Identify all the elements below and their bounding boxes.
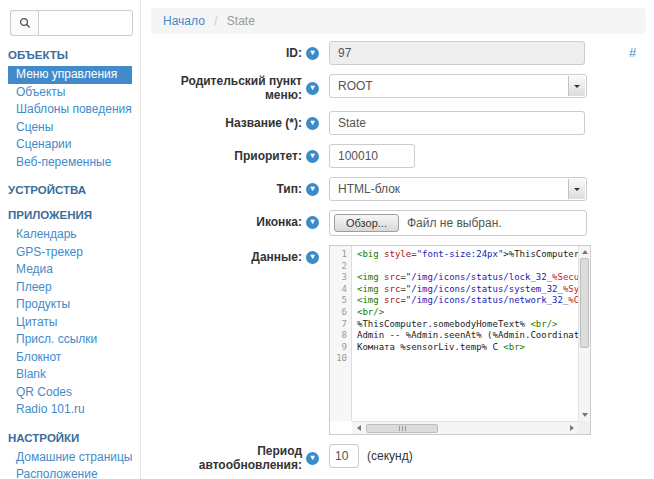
code-line: %ThisComputer.somebodyHomeText% <br/> <box>357 319 578 331</box>
parent-menu-select[interactable]: ROOT <box>329 74 587 98</box>
horizontal-scrollbar[interactable] <box>352 421 578 434</box>
file-status-text: Файл не выбран. <box>407 216 502 230</box>
sidebar-section-title[interactable]: НАСТРОЙКИ <box>8 432 132 444</box>
sidebar-item[interactable]: Расположение <box>8 466 132 479</box>
sidebar-item[interactable]: Плеер <box>8 279 132 297</box>
search-input[interactable] <box>38 10 133 36</box>
sidebar-item[interactable]: Веб-переменные <box>8 154 132 172</box>
sidebar-item[interactable]: Продукты <box>8 296 132 314</box>
sidebar-item[interactable]: Сценарии <box>8 136 132 154</box>
breadcrumb-home-link[interactable]: Начало <box>163 14 205 28</box>
icon-label-wrap: Иконка: ▾ <box>151 210 319 234</box>
row-icon: Иконка: ▾ Обзор... Файл не выбран. <box>151 210 646 236</box>
code-line <box>357 353 578 365</box>
row-name: Название (*): ▾ <box>151 111 646 135</box>
id-label: ID: <box>286 46 302 60</box>
sidebar-item[interactable]: Blank <box>8 366 132 384</box>
data-code-editor[interactable]: 12345678910 <big style="font-size:24px">… <box>329 245 591 435</box>
sidebar-item[interactable]: Объекты <box>8 84 132 102</box>
sidebar-item[interactable]: QR Codes <box>8 384 132 402</box>
sidebar-section-title[interactable]: ОБЪЕКТЫ <box>8 49 132 61</box>
search-icon <box>10 10 38 36</box>
scroll-right-icon[interactable] <box>566 422 578 434</box>
sidebar-section-title[interactable]: ПРИЛОЖЕНИЯ <box>8 209 132 221</box>
parent-menu-value: ROOT <box>338 79 373 93</box>
sidebar-item[interactable]: Шаблоны поведения <box>8 101 132 119</box>
info-icon[interactable]: ▾ <box>306 216 319 229</box>
chevron-down-icon[interactable] <box>568 76 585 96</box>
sidebar-item[interactable]: Блокнот <box>8 349 132 367</box>
id-field <box>329 41 585 65</box>
type-value: HTML-блок <box>338 182 400 196</box>
icon-file-input[interactable]: Обзор... Файл не выбран. <box>329 210 587 236</box>
sidebar-item[interactable]: Цитаты <box>8 314 132 332</box>
sidebar-item[interactable]: Календарь <box>8 226 132 244</box>
sidebar-item[interactable]: Меню управления <box>8 66 132 84</box>
row-parent-menu: Родительский пункт меню: ▾ ROOT <box>151 74 646 102</box>
sidebar-item[interactable]: Сцены <box>8 119 132 137</box>
code-line: <img src="/img/icons/status/network_32_%… <box>357 295 578 307</box>
info-icon[interactable]: ▾ <box>306 150 319 163</box>
browse-button[interactable]: Обзор... <box>334 214 399 232</box>
priority-label-wrap: Приоритет: ▾ <box>151 144 319 168</box>
line-number: 9 <box>330 342 347 354</box>
sidebar-item[interactable]: Домашние страницы <box>8 449 132 467</box>
code-area[interactable]: <big style="font-size:24px">%ThisCompute… <box>353 246 578 421</box>
scroll-left-icon[interactable] <box>352 422 364 434</box>
id-label-wrap: ID: ▾ <box>151 41 319 65</box>
anchor-link[interactable]: # <box>629 41 636 65</box>
majordomo-admin-app: ОБЪЕКТЫМеню управленияОбъектыШаблоны пов… <box>0 0 654 479</box>
line-number: 7 <box>330 319 347 331</box>
name-label: Название (*): <box>225 116 302 130</box>
horizontal-scroll-thumb[interactable] <box>366 424 438 433</box>
scroll-up-icon[interactable] <box>579 246 590 257</box>
menu-item-form: ID: ▾ # Родительский пункт меню: ▾ ROOT <box>151 41 646 472</box>
type-select[interactable]: HTML-блок <box>329 177 587 201</box>
sidebar-item[interactable]: Присл. ссылки <box>8 331 132 349</box>
code-line: <br/> <box>357 307 578 319</box>
refresh-suffix: (секунд) <box>367 444 413 468</box>
info-icon[interactable]: ▾ <box>306 47 319 60</box>
line-number: 2 <box>330 261 347 273</box>
breadcrumb-separator: / <box>214 14 217 28</box>
sidebar-item[interactable]: GPS-трекер <box>8 244 132 262</box>
icon-label: Иконка: <box>256 215 302 229</box>
info-icon[interactable]: ▾ <box>306 452 319 465</box>
main-content: Начало / State ID: ▾ # Родительский пунк… <box>141 0 654 479</box>
scroll-down-icon[interactable] <box>579 410 590 421</box>
line-number-gutter: 12345678910 <box>330 246 352 421</box>
info-icon[interactable]: ▾ <box>306 251 319 264</box>
row-data: Данные: ▾ 12345678910 <big style="font-s… <box>151 245 646 435</box>
sidebar-nav: ОБЪЕКТЫМеню управленияОбъектыШаблоны пов… <box>8 49 132 479</box>
breadcrumb: Начало / State <box>151 8 646 34</box>
sidebar-item[interactable]: Медиа <box>8 261 132 279</box>
info-icon[interactable]: ▾ <box>306 183 319 196</box>
info-icon[interactable]: ▾ <box>306 82 319 95</box>
row-refresh-period: Период автообновления: ▾ (секунд) <box>151 444 646 472</box>
breadcrumb-current: State <box>227 14 255 28</box>
name-field[interactable] <box>329 111 585 135</box>
code-line: Admin -- %Admin.seenAt% (%Admin.Coordina… <box>357 330 578 342</box>
row-priority: Приоритет: ▾ <box>151 144 646 168</box>
chevron-down-icon[interactable] <box>568 179 585 199</box>
sidebar-item[interactable]: Radio 101.ru <box>8 401 132 419</box>
parent-menu-label-wrap: Родительский пункт меню: ▾ <box>151 74 319 102</box>
info-icon[interactable]: ▾ <box>306 117 319 130</box>
refresh-label: Период автообновления: <box>151 444 302 472</box>
type-label: Тип: <box>277 182 303 196</box>
line-number: 5 <box>330 295 347 307</box>
line-number: 4 <box>330 284 347 296</box>
code-line: <big style="font-size:24px">%ThisCompute… <box>357 249 578 261</box>
line-number: 8 <box>330 330 347 342</box>
code-line: <img src="/img/icons/status/system_32_%S… <box>357 284 578 296</box>
priority-field[interactable] <box>329 144 415 168</box>
name-label-wrap: Название (*): ▾ <box>151 111 319 135</box>
sidebar-section-title[interactable]: УСТРОЙСТВА <box>8 184 132 196</box>
refresh-period-field[interactable] <box>329 444 359 468</box>
sidebar-search <box>10 10 133 36</box>
vertical-scrollbar[interactable] <box>578 246 590 421</box>
type-label-wrap: Тип: ▾ <box>151 177 319 201</box>
vertical-scroll-thumb[interactable] <box>580 258 589 348</box>
code-line: <img src="/img/icons/status/lock_32_%Sec… <box>357 272 578 284</box>
code-line: Комната %sensorLiv.temp% C <br> <box>357 342 578 354</box>
